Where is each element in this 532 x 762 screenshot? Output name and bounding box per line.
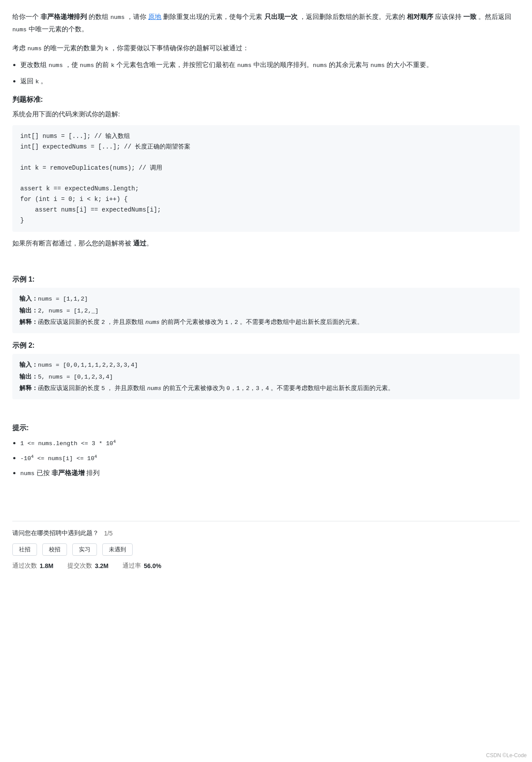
requirement-item-2: 返回 k 。 <box>20 75 520 88</box>
submit-count-value: 3.2M <box>95 562 108 569</box>
stats-row: 通过次数 1.8M 提交次数 3.2M 通过率 56.0% <box>12 562 520 570</box>
example1-explain: 解释：函数应该返回新的长度 2 ，并且原数组 nums 的前两个元素被修改为 1… <box>19 316 513 328</box>
example1-title: 示例 1: <box>12 275 520 284</box>
requirement-item-1: 更改数组 nums ，使 nums 的前 k 个元素包含唯一元素，并按照它们最初… <box>20 59 520 71</box>
pass-rate-label: 通过率 <box>123 562 141 570</box>
tag-btn-shixi[interactable]: 实习 <box>72 543 97 556</box>
hints-title: 提示: <box>12 424 520 433</box>
example1-block: 输入：nums = [1,1,2] 输出：2, nums = [1,2,_] 解… <box>12 288 520 333</box>
hint-item-3: nums 已按 非严格递增 排列 <box>20 466 520 480</box>
example2-explain: 解释：函数应该返回新的长度 5 ， 并且原数组 nums 的前五个元素被修改为 … <box>19 383 513 394</box>
hints-list: 1 <= nums.length <= 3 * 104 -104 <= nums… <box>20 436 520 480</box>
pass-count-value: 1.8M <box>40 562 53 569</box>
pass-rate-value: 56.0% <box>144 562 161 569</box>
tag-btn-xiaozha[interactable]: 校招 <box>42 543 67 556</box>
judge-standard-desc: 系统会用下面的代码来测试你的题解: <box>12 108 520 120</box>
hints-section: 提示: 1 <= nums.length <= 3 * 104 -104 <= … <box>12 424 520 480</box>
example2-title: 示例 2: <box>12 341 520 350</box>
tag-btn-shezha[interactable]: 社招 <box>12 543 37 556</box>
survey-section: 请问您在哪类招聘中遇到此题？ 1/5 社招 校招 实习 未遇到 通过次数 1.8… <box>12 521 520 570</box>
intro-para1: 给你一个 非严格递增排列 的数组 nums ，请你 原地 删除重复出现的元素，使… <box>12 11 520 36</box>
stats-pass-rate: 通过率 56.0% <box>123 562 161 570</box>
survey-count: 1/5 <box>104 530 112 537</box>
example2-output: 输出：5, nums = [0,1,2,3,4] <box>19 371 513 383</box>
hint-item-1: 1 <= nums.length <= 3 * 104 <box>20 436 520 450</box>
survey-label: 请问您在哪类招聘中遇到此题？ <box>12 529 99 537</box>
stats-pass-count: 通过次数 1.8M <box>12 562 53 570</box>
example1-input: 输入：nums = [1,1,2] <box>19 293 513 305</box>
survey-tags: 社招 校招 实习 未遇到 <box>12 543 520 556</box>
requirement-list: 更改数组 nums ，使 nums 的前 k 个元素包含唯一元素，并按照它们最初… <box>20 59 520 87</box>
stats-submit-count: 提交次数 3.2M <box>67 562 108 570</box>
judge-standard-title: 判题标准: <box>12 95 520 104</box>
example1-output: 输出：2, nums = [1,2,_] <box>19 305 513 316</box>
hint-item-2: -104 <= nums[i] <= 104 <box>20 451 520 465</box>
submit-count-label: 提交次数 <box>67 562 92 570</box>
judge-code-block: int[] nums = [...]; // 输入数组 int[] expect… <box>12 125 520 232</box>
example2-block: 输入：nums = [0,0,1,1,1,2,2,3,3,4] 输出：5, nu… <box>12 354 520 399</box>
pass-count-label: 通过次数 <box>12 562 37 570</box>
inline-link[interactable]: 原地 <box>148 13 161 20</box>
intro-para2: 考虑 nums 的唯一元素的数量为 k ，你需要做以下事情确保你的题解可以被通过… <box>12 42 520 54</box>
tag-btn-weiyudao[interactable]: 未遇到 <box>102 543 133 556</box>
pass-text: 如果所有断言都通过，那么您的题解将被 通过。 <box>12 237 520 249</box>
example2-input: 输入：nums = [0,0,1,1,1,2,2,3,3,4] <box>19 359 513 371</box>
